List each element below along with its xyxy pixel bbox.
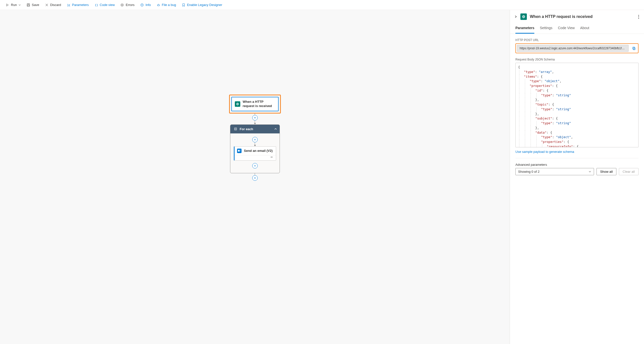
svg-point-31	[272, 157, 272, 158]
chevron-down-icon	[18, 4, 21, 6]
legacy-button[interactable]: Enable Legacy Designer	[179, 1, 225, 9]
tab-codeview[interactable]: Code View	[558, 24, 574, 34]
error-icon	[120, 3, 124, 7]
svg-marker-0	[7, 4, 8, 6]
save-button[interactable]: Save	[24, 1, 42, 9]
url-label: HTTP POST URL	[516, 38, 638, 42]
svg-text:[@]: [@]	[67, 4, 70, 6]
svg-rect-3	[27, 5, 29, 6]
parameters-icon: [@]	[67, 3, 71, 7]
info-button[interactable]: Info	[138, 1, 154, 9]
foreach-scope: For each	[230, 124, 280, 173]
chevron-up-icon[interactable]	[274, 127, 277, 130]
foreach-header[interactable]: For each	[230, 125, 280, 133]
url-highlight: https://prod-19.westus2.logic.azure.com:…	[516, 43, 638, 53]
svg-line-17	[159, 5, 160, 5]
trigger-label: When a HTTP request is received	[243, 100, 275, 108]
svg-rect-2	[28, 4, 29, 5]
foreach-label: For each	[240, 127, 253, 131]
advanced-select[interactable]: Showing 0 of 2	[516, 168, 594, 175]
svg-rect-40	[632, 47, 634, 49]
codeview-label: Code view	[100, 3, 115, 7]
divider	[516, 158, 638, 158]
svg-rect-29	[240, 150, 240, 151]
add-step-button[interactable]	[252, 163, 258, 169]
more-menu-button[interactable]	[637, 14, 640, 20]
run-button[interactable]: Run	[3, 1, 24, 9]
fileabug-label: File a bug	[162, 3, 176, 7]
action-card[interactable]: Send an email (V2)	[234, 146, 276, 161]
collapse-panel-button[interactable]	[514, 15, 518, 19]
showall-button[interactable]: Show all	[596, 168, 616, 175]
copy-url-button[interactable]	[630, 45, 637, 52]
info-label: Info	[146, 3, 151, 7]
url-input[interactable]: https://prod-19.westus2.logic.azure.com:…	[517, 45, 628, 52]
parameters-button[interactable]: [@] Parameters	[64, 1, 91, 9]
connection-icon	[270, 156, 273, 159]
save-label: Save	[32, 3, 39, 7]
schema-label: Request Body JSON Schema	[516, 58, 638, 61]
svg-point-14	[158, 4, 159, 6]
loop-icon	[234, 127, 237, 131]
add-step-button[interactable]	[252, 175, 258, 181]
svg-text:{}: {}	[95, 3, 98, 7]
add-step-button[interactable]	[252, 115, 258, 121]
braces-icon: {}	[94, 3, 98, 7]
legacy-label: Enable Legacy Designer	[187, 3, 222, 7]
save-icon	[26, 3, 30, 7]
bookmark-icon	[182, 3, 186, 7]
fileabug-button[interactable]: File a bug	[154, 1, 178, 9]
svg-line-18	[157, 6, 158, 6]
info-icon	[140, 3, 144, 7]
close-icon	[45, 3, 49, 7]
discard-button[interactable]: Discard	[42, 1, 64, 9]
panel-tabs: Parameters Settings Code View About	[510, 24, 644, 34]
svg-rect-39	[633, 48, 635, 50]
svg-point-30	[271, 157, 272, 158]
advanced-label: Advanced parameters	[516, 163, 638, 167]
advanced-select-value: Showing 0 of 2	[518, 170, 540, 173]
clearall-button: Clear all	[619, 168, 638, 175]
errors-button[interactable]: Errors	[118, 1, 137, 9]
designer-canvas[interactable]: When a HTTP request is received	[0, 10, 510, 344]
trigger-highlight: When a HTTP request is received	[229, 95, 281, 114]
bug-icon	[156, 3, 160, 7]
action-label: Send an email (V2)	[244, 149, 273, 153]
outlook-icon	[237, 149, 242, 153]
toolbar: Run Save Discard [@] Parameters {}	[0, 0, 644, 10]
http-request-icon	[235, 101, 240, 107]
discard-label: Discard	[50, 3, 61, 7]
details-panel: When a HTTP request is received Paramete…	[510, 10, 644, 344]
panel-title: When a HTTP request is received	[530, 15, 634, 19]
play-icon	[6, 3, 10, 7]
schema-editor[interactable]: {"type": "array","items": {"type": "obje…	[516, 63, 638, 147]
run-label: Run	[11, 3, 17, 7]
errors-label: Errors	[126, 3, 134, 7]
tab-settings[interactable]: Settings	[540, 24, 552, 34]
svg-line-19	[159, 6, 160, 6]
codeview-button[interactable]: {} Code view	[92, 1, 118, 9]
trigger-card[interactable]: When a HTTP request is received	[231, 97, 278, 111]
sample-payload-link[interactable]: Use sample payload to generate schema	[516, 150, 574, 154]
http-request-icon	[520, 14, 527, 20]
tab-about[interactable]: About	[580, 24, 589, 34]
svg-rect-28	[238, 150, 240, 152]
parameters-label: Parameters	[72, 3, 89, 7]
svg-line-16	[157, 5, 158, 5]
add-step-button[interactable]	[252, 137, 258, 142]
tab-parameters[interactable]: Parameters	[516, 24, 534, 34]
svg-point-13	[142, 4, 142, 4]
